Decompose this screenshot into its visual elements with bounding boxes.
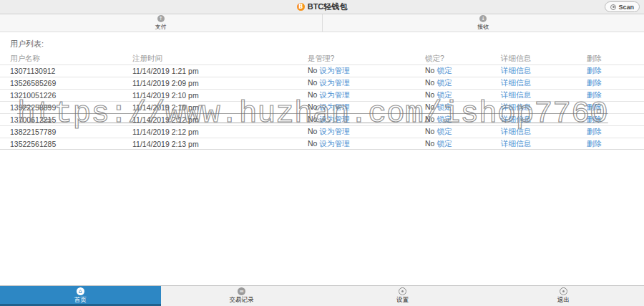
details-link[interactable]: 详细信息 <box>501 90 531 99</box>
lock-cell: No锁定 <box>425 127 501 137</box>
set-admin-link[interactable]: 设为管理 <box>319 78 349 87</box>
set-admin-link[interactable]: 设为管理 <box>319 115 349 123</box>
admin-status: No <box>308 139 317 148</box>
lock-status: No <box>425 66 434 75</box>
details-cell: 详细信息 <box>501 139 587 149</box>
lock-link[interactable]: 锁定 <box>436 115 452 123</box>
details-cell: 详细信息 <box>501 78 587 88</box>
details-cell: 详细信息 <box>501 90 587 100</box>
tab-logout[interactable]: 退出 <box>483 286 644 306</box>
delete-cell: 删除 <box>587 78 644 88</box>
tab-home-label: 首页 <box>74 296 87 305</box>
registered-cell: 11/14/2019 2:09 pm <box>132 79 308 87</box>
delete-link[interactable]: 删除 <box>587 66 602 75</box>
tab-settings[interactable]: 设置 <box>322 286 483 306</box>
lock-status: No <box>425 115 434 123</box>
receive-button[interactable]: ↓ 接收 <box>323 14 644 32</box>
list-icon: ≡ <box>238 287 245 295</box>
lock-status: No <box>425 127 434 135</box>
admin-cell: No设为管理 <box>308 115 425 125</box>
lock-link[interactable]: 锁定 <box>436 78 452 87</box>
col-header-registered: 注册时间 <box>132 54 308 64</box>
admin-status: No <box>308 66 317 75</box>
delete-cell: 删除 <box>587 139 644 149</box>
tab-transactions[interactable]: ≡ 交易记录 <box>161 286 322 306</box>
user-list-heading: 用户列表: <box>0 32 644 53</box>
set-admin-link[interactable]: 设为管理 <box>319 127 349 135</box>
admin-status: No <box>308 115 317 123</box>
set-admin-link[interactable]: 设为管理 <box>319 139 349 148</box>
col-header-details: 详细信息 <box>501 54 587 64</box>
tab-settings-label: 设置 <box>396 296 409 305</box>
admin-cell: No设为管理 <box>308 127 425 137</box>
delete-cell: 删除 <box>587 115 644 125</box>
lock-link[interactable]: 锁定 <box>436 66 452 75</box>
admin-status: No <box>308 102 317 111</box>
lock-status: No <box>425 102 434 111</box>
delete-link[interactable]: 删除 <box>587 102 602 111</box>
set-admin-link[interactable]: 设为管理 <box>319 102 349 111</box>
details-cell: 详细信息 <box>501 115 587 125</box>
lock-cell: No锁定 <box>425 90 501 100</box>
table-header-row: 用户名称 注册时间 是管理? 锁定? 详细信息 删除 <box>0 53 644 64</box>
lock-link[interactable]: 锁定 <box>436 90 452 99</box>
admin-cell: No设为管理 <box>308 66 425 76</box>
set-admin-link[interactable]: 设为管理 <box>319 66 349 75</box>
details-link[interactable]: 详细信息 <box>501 127 531 135</box>
details-cell: 详细信息 <box>501 102 587 113</box>
registered-cell: 11/14/2019 1:21 pm <box>132 67 308 75</box>
bottom-nav: ⌂ 首页 ≡ 交易记录 设置 退出 <box>0 285 644 306</box>
delete-cell: 删除 <box>587 90 644 100</box>
scan-button[interactable]: Scan <box>605 1 640 12</box>
delete-link[interactable]: 删除 <box>587 115 602 123</box>
details-link[interactable]: 详细信息 <box>501 78 531 87</box>
delete-link[interactable]: 删除 <box>587 127 602 135</box>
delete-link[interactable]: 删除 <box>587 78 602 87</box>
table-row: 13922258899 11/14/2019 2:10 pm No设为管理 No… <box>0 101 644 113</box>
admin-cell: No设为管理 <box>308 102 425 113</box>
pay-button[interactable]: ↑ 支付 <box>0 14 323 32</box>
col-header-is-admin: 是管理? <box>308 54 425 64</box>
lock-link[interactable]: 锁定 <box>436 127 452 135</box>
username-cell: 13522561285 <box>10 140 132 148</box>
table-row: 13526585269 11/14/2019 2:09 pm No设为管理 No… <box>0 77 644 89</box>
delete-link[interactable]: 删除 <box>587 139 602 148</box>
details-link[interactable]: 详细信息 <box>501 115 531 123</box>
scan-icon <box>610 4 616 10</box>
username-cell: 13526585269 <box>10 79 132 87</box>
pay-button-label: 支付 <box>155 23 167 31</box>
table-rows: 13071130912 11/14/2019 1:21 pm No设为管理 No… <box>0 64 644 150</box>
registered-cell: 11/14/2019 2:13 pm <box>132 140 308 148</box>
delete-cell: 删除 <box>587 102 644 113</box>
action-bar: ↑ 支付 ↓ 接收 <box>0 14 644 32</box>
details-link[interactable]: 详细信息 <box>501 66 531 75</box>
registered-cell: 11/14/2019 2:10 pm <box>132 91 308 100</box>
scan-button-label: Scan <box>618 4 634 11</box>
admin-cell: No设为管理 <box>308 139 425 149</box>
username-cell: 13822157789 <box>10 128 132 136</box>
lock-cell: No锁定 <box>425 139 501 149</box>
details-link[interactable]: 详细信息 <box>501 102 531 111</box>
table-row: 13522561285 11/14/2019 2:13 pm No设为管理 No… <box>0 138 644 150</box>
lock-link[interactable]: 锁定 <box>436 139 452 148</box>
bitcoin-icon: B <box>297 3 305 11</box>
details-cell: 详细信息 <box>501 127 587 137</box>
delete-link[interactable]: 删除 <box>587 90 602 99</box>
registered-cell: 11/14/2019 2:10 pm <box>132 103 308 112</box>
details-link[interactable]: 详细信息 <box>501 139 531 148</box>
set-admin-link[interactable]: 设为管理 <box>319 90 349 99</box>
lock-status: No <box>425 139 434 148</box>
page-title: BTC轻钱包 <box>308 1 348 12</box>
delete-cell: 删除 <box>587 127 644 137</box>
table-row: 13071130912 11/14/2019 1:21 pm No设为管理 No… <box>0 64 644 77</box>
tab-transactions-label: 交易记录 <box>230 296 254 305</box>
admin-status: No <box>308 78 317 87</box>
registered-cell: 11/14/2019 2:12 pm <box>132 128 308 136</box>
lock-link[interactable]: 锁定 <box>436 102 452 111</box>
lock-cell: No锁定 <box>425 78 501 88</box>
tab-home[interactable]: ⌂ 首页 <box>0 286 161 306</box>
admin-cell: No设为管理 <box>308 90 425 100</box>
gear-icon <box>399 287 406 295</box>
table-row: 13700612215 11/14/2019 2:12 pm No设为管理 No… <box>0 113 644 125</box>
registered-cell: 11/14/2019 2:12 pm <box>132 115 308 124</box>
